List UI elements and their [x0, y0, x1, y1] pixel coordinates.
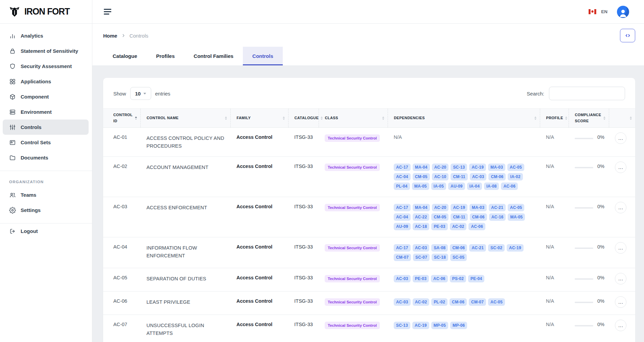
language-selector[interactable]: EN — [601, 9, 607, 14]
cell-profile: N/A — [540, 268, 569, 292]
cell-dependencies: N/A — [388, 128, 540, 157]
tab-control-families[interactable]: Control Families — [184, 47, 243, 65]
cell-class: Technical Security Control — [319, 128, 388, 157]
dependency-badge: IA-08 — [484, 183, 499, 190]
sidebar-item-applications[interactable]: Applications — [3, 74, 89, 89]
column-header-control-id[interactable]: Control ID — [103, 109, 140, 128]
dependency-badge: MA-03 — [469, 204, 487, 211]
tab-catalogue[interactable]: Catalogue — [103, 47, 147, 65]
class-badge: Technical Security Control — [325, 298, 380, 306]
logout-icon — [9, 228, 16, 235]
cell-catalogue: ITSG-33 — [288, 157, 319, 197]
cell-dependencies: AC-03AC-02PL-02CM-06CM-07AC-05 — [388, 292, 540, 315]
table-row-ac-06: AC-06LEAST PRIVILEGEAccess ControlITSG-3… — [103, 292, 635, 315]
sidebar-item-settings[interactable]: Settings — [3, 202, 89, 218]
tab-profiles[interactable]: Profiles — [147, 47, 184, 65]
row-actions-button[interactable]: ... — [615, 202, 626, 213]
column-header-compliance-score[interactable]: Compliance Score — [569, 109, 609, 128]
sidebar-item-label: Logout — [21, 228, 38, 234]
column-header-catalogue[interactable]: Catalogue — [288, 109, 319, 128]
dependency-badge: PS-02 — [450, 275, 466, 282]
search-input[interactable] — [549, 87, 625, 100]
profile-value: N/A — [546, 244, 554, 250]
sidebar-toggle-icon[interactable] — [104, 9, 112, 15]
cell-catalogue: ITSG-33 — [288, 128, 319, 157]
sidebar-item-label: Analytics — [21, 33, 43, 39]
column-header-label: Control Name — [147, 115, 179, 121]
code-view-button[interactable] — [620, 29, 635, 42]
sidebar-item-documents[interactable]: Documents — [3, 150, 89, 165]
cell-profile: N/A — [540, 197, 569, 237]
control-sets-icon — [9, 139, 16, 146]
table-row-ac-07: AC-07UNSUCCESSFUL LOGIN ATTEMPTSAccess C… — [103, 315, 635, 342]
breadcrumb-item-home[interactable]: Home — [103, 33, 117, 39]
sidebar-item-component[interactable]: Component — [3, 89, 89, 104]
row-actions-button[interactable]: ... — [615, 162, 626, 173]
row-actions-button[interactable]: ... — [615, 132, 626, 144]
cell-catalogue: ITSG-33 — [288, 237, 319, 268]
cell-dependencies: AC-03PE-03AC-06PS-02PE-04 — [388, 268, 540, 292]
sort-arrows-icon — [382, 116, 384, 120]
cell-family: Access Control — [230, 292, 288, 315]
applications-icon — [9, 78, 16, 85]
tab-controls[interactable]: Controls — [243, 47, 283, 65]
sort-arrows-icon — [630, 116, 632, 120]
row-actions-button[interactable]: ... — [615, 242, 626, 254]
sidebar-item-label: Teams — [21, 192, 36, 198]
brand[interactable]: IRON FORT — [0, 0, 92, 24]
controls-table-card: Show 10 entries Search: Control — [103, 78, 635, 342]
dependency-badge: PL-04 — [394, 183, 410, 190]
sidebar-item-control-sets[interactable]: Control Sets — [3, 135, 89, 150]
dependency-badge: MA-04 — [413, 164, 430, 171]
cell-control-name: UNSUCCESSFUL LOGIN ATTEMPTS — [140, 315, 230, 342]
column-header-profile[interactable]: Profile — [540, 109, 569, 128]
cell-compliance-score: 0% — [569, 315, 609, 342]
code-icon — [625, 33, 631, 39]
page-header: HomeControls CatalogueProfilesControl Fa… — [92, 24, 644, 65]
sidebar-item-statement-of-sensitivity[interactable]: Statement of Sensitivity — [3, 43, 89, 59]
column-header-class[interactable]: Class — [319, 109, 388, 128]
column-header-actions[interactable] — [609, 109, 635, 128]
lock-icon — [9, 48, 16, 55]
cell-profile: N/A — [540, 237, 569, 268]
row-actions-button[interactable]: ... — [615, 320, 626, 331]
sort-arrows-icon — [534, 116, 536, 120]
sidebar-item-controls[interactable]: Controls — [3, 120, 89, 135]
dependency-badge: CM-05 — [413, 173, 430, 180]
sidebar-item-security-assessment[interactable]: Security Assessment — [3, 59, 89, 74]
sidebar-item-environment[interactable]: Environment — [3, 104, 89, 120]
dependency-badge: AC-19 — [507, 244, 524, 252]
column-header-family[interactable]: Family — [230, 109, 288, 128]
cell-control-id: AC-02 — [103, 157, 140, 197]
column-header-control-name[interactable]: Control Name — [140, 109, 230, 128]
canada-flag-icon[interactable] — [589, 9, 596, 14]
page-size-select[interactable]: 10 — [130, 87, 151, 100]
shield-icon — [9, 63, 16, 70]
column-header-dependencies[interactable]: Dependencies — [388, 109, 540, 128]
compliance-progress-bar — [575, 248, 593, 249]
sidebar-item-logout[interactable]: Logout — [3, 223, 89, 239]
table-row-ac-03: AC-03ACCESS ENFORCEMENTAccess ControlITS… — [103, 197, 635, 237]
sidebar-item-analytics[interactable]: Analytics — [3, 28, 89, 43]
user-avatar[interactable] — [617, 6, 629, 18]
row-actions-button[interactable]: ... — [615, 273, 626, 284]
cell-dependencies: AC-17AC-03SA-08CM-06AC-21SC-02AC-19CM-07… — [388, 237, 540, 268]
dependency-badge: SC-07 — [413, 254, 430, 261]
cell-family: Access Control — [230, 268, 288, 292]
sidebar-item-teams[interactable]: Teams — [3, 187, 89, 202]
row-actions-button[interactable]: ... — [615, 296, 626, 308]
dependency-badge: AC-02 — [413, 298, 430, 306]
dependency-badge: MA-04 — [413, 204, 430, 211]
settings-icon — [9, 207, 16, 214]
sidebar-item-label: Applications — [21, 79, 51, 84]
cell-compliance-score: 0% — [569, 128, 609, 157]
table-row-ac-02: AC-02ACCOUNT MANAGEMENTAccess ControlITS… — [103, 157, 635, 197]
compliance-score-value: 0% — [597, 298, 604, 304]
dependency-badge: IA-05 — [431, 183, 446, 190]
dependency-badge: AC-06 — [431, 275, 448, 282]
cell-dependencies: AC-17MA-04AC-20SC-13AC-19MA-03AC-05AC-04… — [388, 157, 540, 197]
sidebar-item-label: Control Sets — [21, 140, 51, 145]
dependency-badge: PL-02 — [431, 298, 447, 306]
dependency-badge: AC-03 — [413, 244, 430, 252]
content-area: Show 10 entries Search: Control — [92, 65, 644, 342]
